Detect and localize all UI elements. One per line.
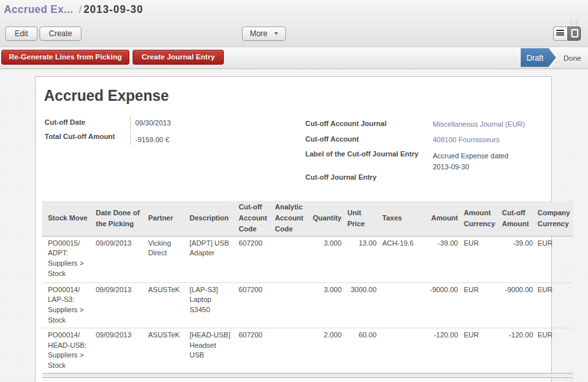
- svg-text:Draft: Draft: [527, 54, 544, 63]
